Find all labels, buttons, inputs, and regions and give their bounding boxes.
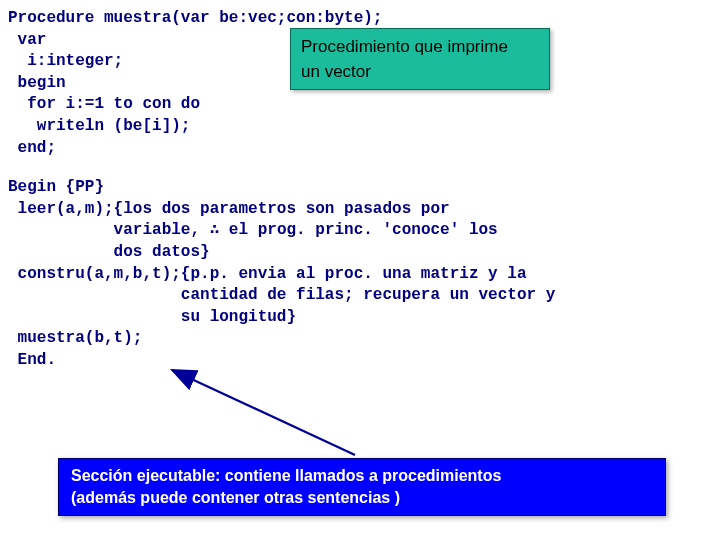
callout-blue-line1: Sección ejecutable: contiene llamados a … — [71, 465, 653, 487]
code-main-begin: Begin {PP} leer(a,m);{los dos parametros… — [8, 177, 712, 371]
callout-blue-line2: (además puede contener otras sentencias … — [71, 487, 653, 509]
callout-procedure-description: Procedimiento que imprime un vector — [290, 28, 550, 90]
callout-green-line2: un vector — [301, 60, 539, 85]
callout-green-line1: Procedimiento que imprime — [301, 35, 539, 60]
callout-executable-section: Sección ejecutable: contiene llamados a … — [58, 458, 666, 516]
svg-line-1 — [172, 370, 355, 455]
spacer — [8, 159, 712, 177]
